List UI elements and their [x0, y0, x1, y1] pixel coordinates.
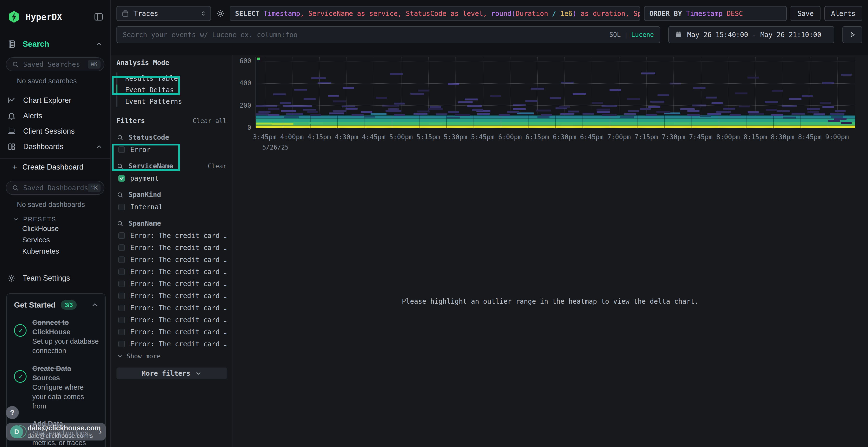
show-more-link[interactable]: Show more [117, 353, 227, 360]
filter-option[interactable]: Error [117, 146, 227, 153]
chevron-down-icon [12, 216, 19, 223]
search-icon[interactable] [117, 191, 124, 199]
filter-option[interactable]: Error: The credit card … [117, 256, 227, 264]
filter-checkbox[interactable] [118, 317, 125, 323]
heatmap-cell [807, 108, 820, 110]
gear-icon [7, 274, 16, 282]
clear-filter-link[interactable]: Clear [208, 163, 227, 170]
filter-option[interactable]: Internal [117, 203, 227, 211]
sidebar-item-team-settings[interactable]: Team Settings [0, 271, 110, 286]
date-range-picker[interactable]: May 26 15:40:00 - May 26 21:10:00 [669, 26, 834, 43]
event-search-input[interactable] [123, 31, 609, 39]
user-email: dale@clickhouse.com [28, 424, 99, 432]
heatmap-cell [255, 113, 269, 115]
filter-option[interactable]: Error: The credit card … [117, 280, 227, 287]
alerts-button[interactable]: Alerts [824, 6, 862, 21]
source-select[interactable]: Traces [117, 6, 211, 21]
filter-checkbox[interactable] [118, 293, 125, 299]
filter-checkbox[interactable] [118, 175, 125, 182]
filter-option[interactable]: Error: The credit card … [117, 304, 227, 312]
analysis-mode-event-patterns[interactable]: Event Patterns [117, 96, 227, 107]
search-icon[interactable] [117, 134, 124, 141]
filter-checkbox[interactable] [118, 232, 125, 239]
analysis-mode-event-deltas[interactable]: Event Deltas [117, 84, 227, 96]
search-icon[interactable] [117, 163, 124, 170]
language-lucene[interactable]: Lucene [631, 31, 654, 38]
heatmap-cell [807, 111, 819, 113]
filter-checkbox[interactable] [118, 204, 125, 210]
sql-token: / [552, 10, 560, 18]
x-tick-label: 4:45pm [362, 133, 385, 141]
user-subtitle: dale@clickhouse.com's [28, 432, 99, 440]
heatmap-cell [820, 102, 831, 104]
x-tick-label: 5:00pm [389, 133, 413, 141]
sidebar-item-chart-explorer[interactable]: Chart Explorer [0, 93, 110, 108]
filter-option[interactable]: Error: The credit card … [117, 244, 227, 251]
heatmap-cell [517, 112, 534, 114]
filter-option[interactable]: Error: The credit card … [117, 232, 227, 239]
chevron-down-icon [117, 353, 123, 359]
filter-checkbox[interactable] [118, 281, 125, 287]
filter-option[interactable]: payment [117, 174, 227, 182]
filter-option[interactable]: Error: The credit card … [117, 340, 227, 348]
user-menu[interactable]: D dale@clickhouse.com dale@clickhouse.co… [6, 423, 105, 441]
more-filters-button[interactable]: More filters [117, 368, 227, 379]
language-sql[interactable]: SQL [609, 31, 621, 38]
get-started-header[interactable]: Get Started 3/3 [14, 300, 99, 310]
create-dashboard-button[interactable]: + Create Dashboard [0, 160, 110, 174]
x-tick-label: 4:15pm [307, 133, 331, 141]
filter-checkbox[interactable] [118, 305, 125, 311]
get-started-item-title: Create Data Sources [32, 364, 99, 383]
heatmap-plot[interactable] [255, 57, 855, 128]
x-tick-label: 8:45pm [798, 133, 822, 141]
sidebar-collapse-icon[interactable] [93, 11, 104, 22]
heatmap-cell [258, 111, 271, 113]
clear-all-filters-link[interactable]: Clear all [193, 117, 227, 125]
filter-checkbox[interactable] [118, 329, 125, 335]
filter-checkbox[interactable] [118, 256, 125, 263]
heatmap-cell [472, 109, 483, 111]
filter-option[interactable]: Error: The credit card … [117, 292, 227, 300]
heatmap-cell [835, 110, 845, 112]
run-query-button[interactable] [842, 26, 862, 43]
filter-groups: StatusCodeErrorServiceNameClearpaymentSp… [117, 133, 227, 360]
sidebar-item-alerts[interactable]: Alerts [0, 108, 110, 124]
save-button[interactable]: Save [790, 6, 820, 21]
preset-kubernetes[interactable]: Kubernetes [0, 245, 110, 257]
search-icon[interactable] [117, 220, 124, 227]
x-tick-label: 5:45pm [471, 133, 495, 141]
preset-list: ClickHouseServicesKubernetes [0, 223, 110, 257]
sidebar-item-search[interactable]: Search [0, 38, 110, 50]
heatmap-cell [640, 108, 651, 110]
saved-searches-input[interactable]: ⌘K [6, 57, 104, 71]
analysis-mode-title: Analysis Mode [117, 59, 227, 67]
query-language-toggle[interactable]: SQL | Lucene [609, 31, 654, 38]
order-by-editor[interactable]: ORDER BY Timestamp DESC [644, 6, 787, 21]
filter-checkbox[interactable] [118, 269, 125, 275]
heatmap-cell [525, 100, 537, 102]
analysis-mode-results-table[interactable]: Results Table [117, 72, 227, 84]
sql-select-editor[interactable]: SELECT Timestamp, ServiceName as service… [230, 6, 640, 21]
get-started-item-create-data-sources[interactable]: Create Data SourcesConfigure where your … [14, 364, 99, 411]
saved-dashboards-field[interactable] [23, 184, 88, 192]
source-settings-button[interactable] [215, 8, 226, 19]
get-started-item-title: Connect to ClickHouse [32, 318, 99, 337]
preset-clickhouse[interactable]: ClickHouse [0, 223, 110, 234]
presets-toggle[interactable]: PRESETS [0, 216, 110, 223]
saved-dashboards-input[interactable]: ⌘K [6, 181, 104, 195]
filter-option[interactable]: Error: The credit card … [117, 328, 227, 336]
filter-checkbox[interactable] [118, 244, 125, 251]
heatmap-cell [303, 109, 316, 110]
saved-searches-field[interactable] [23, 61, 88, 68]
filter-option[interactable]: Error: The credit card … [117, 268, 227, 276]
preset-services[interactable]: Services [0, 234, 110, 245]
filter-option[interactable]: Error: The credit card … [117, 316, 227, 324]
no-saved-dashboards-note: No saved dashboards [0, 201, 110, 209]
event-search-bar[interactable]: SQL | Lucene [117, 26, 660, 43]
filter-checkbox[interactable] [118, 341, 125, 347]
get-started-item-connect-to-clickhouse[interactable]: Connect to ClickHouseSet up your databas… [14, 318, 99, 356]
filter-checkbox[interactable] [118, 146, 125, 153]
sidebar-item-dashboards[interactable]: Dashboards [0, 139, 110, 154]
help-button[interactable]: ? [6, 406, 19, 419]
sidebar-item-client-sessions[interactable]: Client Sessions [0, 124, 110, 139]
